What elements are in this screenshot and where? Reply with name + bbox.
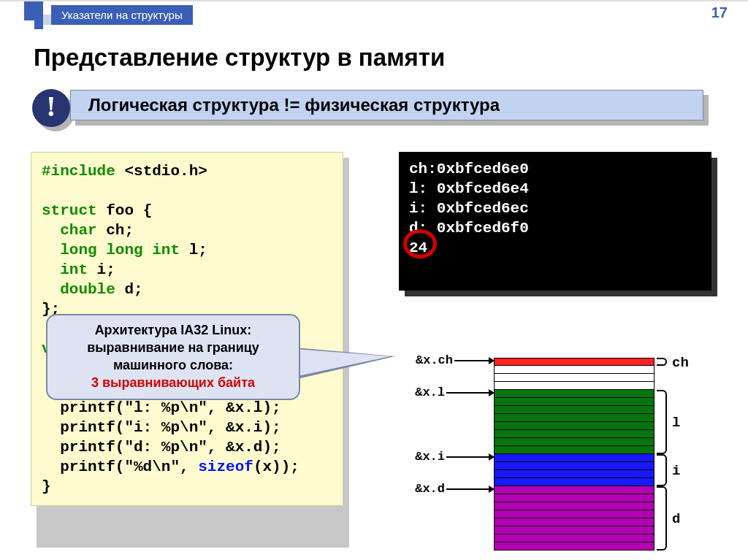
code-token: printf("i: %p\n", &x.i); <box>42 419 281 436</box>
mem-byte-pad <box>494 366 654 374</box>
slide-header: Указатели на структуры 17 <box>0 0 748 26</box>
code-token: char <box>42 222 97 239</box>
label-l: l <box>672 415 680 431</box>
bubble-line: машинного слова: <box>52 356 294 374</box>
arrow-icon <box>454 360 494 361</box>
mem-byte-pad <box>494 374 654 382</box>
mem-byte-l <box>494 446 654 454</box>
code-token: d; <box>115 281 143 298</box>
highlight-circle <box>403 229 437 258</box>
code-token: } <box>42 478 51 495</box>
mem-byte-l <box>494 398 654 406</box>
ptr-label: &x.d <box>415 482 445 496</box>
label-ch: ch <box>672 355 689 371</box>
mem-byte-l <box>494 430 654 438</box>
memory-stack <box>494 358 654 551</box>
code-token: l; <box>180 242 207 258</box>
mem-byte-d <box>494 502 654 510</box>
code-token: long long int <box>42 242 180 258</box>
label-d: d <box>672 511 680 527</box>
label-i: i <box>672 463 680 479</box>
arrow-icon <box>446 392 494 394</box>
brace-i <box>657 454 667 486</box>
bubble-line-emph: 3 выравнивающих байта <box>52 374 294 391</box>
mem-byte-d <box>494 542 654 551</box>
ptr-i: &x.i <box>400 450 494 460</box>
mem-byte-i <box>494 470 654 478</box>
ptr-label: &x.l <box>415 386 445 399</box>
code-token: printf("l: %p\n", &x.l); <box>42 399 281 416</box>
mem-byte-d <box>494 510 654 518</box>
mem-byte-l <box>494 422 654 430</box>
mem-byte-pad <box>494 382 654 390</box>
page-number: 17 <box>711 4 728 21</box>
mem-byte-d <box>494 486 654 494</box>
logo-square-dark <box>24 1 43 20</box>
arrow-icon <box>446 488 494 490</box>
mem-byte-d <box>494 518 654 526</box>
mem-byte-l <box>494 438 654 446</box>
term-line: ch:0xbfced6e0 <box>409 161 529 177</box>
logo-square-small <box>34 20 43 29</box>
code-token: (x)); <box>253 459 299 475</box>
mem-byte-l <box>494 406 654 414</box>
brace-l <box>657 390 667 454</box>
code-token: #include <box>42 163 115 180</box>
code-token: sizeof <box>198 459 253 475</box>
term-line: i: 0xbfced6ec <box>409 200 529 217</box>
ptr-l: &x.l <box>400 386 494 396</box>
mem-byte-l <box>494 414 654 422</box>
bubble-line: выравнивание на границу <box>52 339 294 356</box>
bubble-line: Архитектура IA32 Linux: <box>52 321 294 339</box>
brace-ch <box>657 358 667 366</box>
code-token: ch; <box>97 222 134 239</box>
mem-byte-d <box>494 534 654 542</box>
code-token: i; <box>88 261 115 278</box>
slide-title: Представление структур в памяти <box>34 44 445 72</box>
code-token: <stdio.h> <box>115 163 207 180</box>
code-token: int <box>42 261 88 278</box>
callout-bar: Логическая структура != физическая струк… <box>70 90 703 120</box>
code-token: double <box>42 281 115 298</box>
mem-byte-d <box>494 526 654 534</box>
arrow-icon <box>446 456 494 458</box>
ptr-label: &x.i <box>415 450 445 464</box>
ptr-label: &x.ch <box>416 353 453 367</box>
code-token: foo { <box>97 202 153 219</box>
annotation-bubble: Архитектура IA32 Linux: выравнивание на … <box>46 314 300 400</box>
brace-d <box>657 486 667 551</box>
mem-byte-i <box>494 454 654 462</box>
code-token: struct <box>42 202 97 219</box>
terminal-output: ch:0xbfced6e0 l: 0xbfced6e4 i: 0xbfced6e… <box>399 152 711 291</box>
mem-byte-i <box>494 478 654 486</box>
mem-byte-l <box>494 390 654 398</box>
mem-byte-d <box>494 494 654 502</box>
code-token: printf("d: %p\n", &x.d); <box>42 439 281 456</box>
breadcrumb: Указатели на структуры <box>51 5 193 25</box>
exclamation-icon: ! <box>32 89 70 127</box>
mem-byte-i <box>494 462 654 470</box>
ptr-ch: &x.ch <box>400 353 494 364</box>
mem-byte-ch <box>494 358 654 366</box>
code-token: printf("%d\n", <box>42 459 198 475</box>
ptr-d: &x.d <box>400 482 494 492</box>
term-line: l: 0xbfced6e4 <box>409 180 529 197</box>
